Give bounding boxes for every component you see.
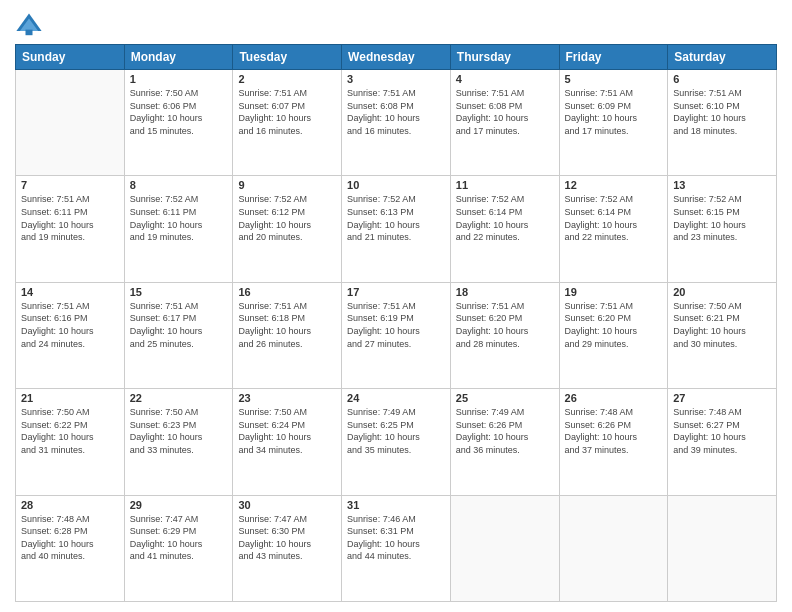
day-info: Sunrise: 7:50 AM Sunset: 6:22 PM Dayligh… <box>21 406 119 456</box>
calendar-cell <box>559 495 668 601</box>
day-number: 13 <box>673 179 771 191</box>
calendar-header-monday: Monday <box>124 45 233 70</box>
day-number: 31 <box>347 499 445 511</box>
day-info: Sunrise: 7:50 AM Sunset: 6:23 PM Dayligh… <box>130 406 228 456</box>
day-info: Sunrise: 7:49 AM Sunset: 6:26 PM Dayligh… <box>456 406 554 456</box>
day-info: Sunrise: 7:50 AM Sunset: 6:24 PM Dayligh… <box>238 406 336 456</box>
day-number: 20 <box>673 286 771 298</box>
calendar-cell: 12Sunrise: 7:52 AM Sunset: 6:14 PM Dayli… <box>559 176 668 282</box>
day-info: Sunrise: 7:48 AM Sunset: 6:26 PM Dayligh… <box>565 406 663 456</box>
calendar-cell: 6Sunrise: 7:51 AM Sunset: 6:10 PM Daylig… <box>668 70 777 176</box>
day-number: 16 <box>238 286 336 298</box>
day-info: Sunrise: 7:52 AM Sunset: 6:15 PM Dayligh… <box>673 193 771 243</box>
calendar-cell: 22Sunrise: 7:50 AM Sunset: 6:23 PM Dayli… <box>124 389 233 495</box>
calendar-cell: 20Sunrise: 7:50 AM Sunset: 6:21 PM Dayli… <box>668 282 777 388</box>
day-number: 2 <box>238 73 336 85</box>
day-info: Sunrise: 7:51 AM Sunset: 6:07 PM Dayligh… <box>238 87 336 137</box>
calendar-cell: 15Sunrise: 7:51 AM Sunset: 6:17 PM Dayli… <box>124 282 233 388</box>
day-number: 7 <box>21 179 119 191</box>
calendar-cell <box>450 495 559 601</box>
calendar-header-wednesday: Wednesday <box>342 45 451 70</box>
day-info: Sunrise: 7:51 AM Sunset: 6:08 PM Dayligh… <box>456 87 554 137</box>
calendar-cell: 5Sunrise: 7:51 AM Sunset: 6:09 PM Daylig… <box>559 70 668 176</box>
day-number: 15 <box>130 286 228 298</box>
day-number: 21 <box>21 392 119 404</box>
day-number: 19 <box>565 286 663 298</box>
calendar-cell: 1Sunrise: 7:50 AM Sunset: 6:06 PM Daylig… <box>124 70 233 176</box>
calendar-cell: 7Sunrise: 7:51 AM Sunset: 6:11 PM Daylig… <box>16 176 125 282</box>
header <box>15 10 777 38</box>
day-number: 9 <box>238 179 336 191</box>
day-number: 5 <box>565 73 663 85</box>
day-info: Sunrise: 7:51 AM Sunset: 6:09 PM Dayligh… <box>565 87 663 137</box>
calendar-cell: 3Sunrise: 7:51 AM Sunset: 6:08 PM Daylig… <box>342 70 451 176</box>
calendar-table: SundayMondayTuesdayWednesdayThursdayFrid… <box>15 44 777 602</box>
day-info: Sunrise: 7:51 AM Sunset: 6:20 PM Dayligh… <box>565 300 663 350</box>
calendar-week-3: 14Sunrise: 7:51 AM Sunset: 6:16 PM Dayli… <box>16 282 777 388</box>
calendar-cell: 31Sunrise: 7:46 AM Sunset: 6:31 PM Dayli… <box>342 495 451 601</box>
day-number: 22 <box>130 392 228 404</box>
logo-icon <box>15 10 43 38</box>
calendar-cell: 28Sunrise: 7:48 AM Sunset: 6:28 PM Dayli… <box>16 495 125 601</box>
day-info: Sunrise: 7:51 AM Sunset: 6:18 PM Dayligh… <box>238 300 336 350</box>
day-info: Sunrise: 7:52 AM Sunset: 6:13 PM Dayligh… <box>347 193 445 243</box>
logo <box>15 10 47 38</box>
day-number: 18 <box>456 286 554 298</box>
calendar-header-friday: Friday <box>559 45 668 70</box>
calendar-cell: 9Sunrise: 7:52 AM Sunset: 6:12 PM Daylig… <box>233 176 342 282</box>
calendar-cell: 4Sunrise: 7:51 AM Sunset: 6:08 PM Daylig… <box>450 70 559 176</box>
day-info: Sunrise: 7:47 AM Sunset: 6:30 PM Dayligh… <box>238 513 336 563</box>
day-info: Sunrise: 7:51 AM Sunset: 6:19 PM Dayligh… <box>347 300 445 350</box>
day-number: 6 <box>673 73 771 85</box>
calendar-header-thursday: Thursday <box>450 45 559 70</box>
calendar-cell: 14Sunrise: 7:51 AM Sunset: 6:16 PM Dayli… <box>16 282 125 388</box>
svg-rect-2 <box>26 30 33 36</box>
day-info: Sunrise: 7:50 AM Sunset: 6:06 PM Dayligh… <box>130 87 228 137</box>
calendar-cell: 30Sunrise: 7:47 AM Sunset: 6:30 PM Dayli… <box>233 495 342 601</box>
day-number: 11 <box>456 179 554 191</box>
day-number: 23 <box>238 392 336 404</box>
day-number: 14 <box>21 286 119 298</box>
day-number: 29 <box>130 499 228 511</box>
day-number: 12 <box>565 179 663 191</box>
day-info: Sunrise: 7:50 AM Sunset: 6:21 PM Dayligh… <box>673 300 771 350</box>
calendar-cell: 29Sunrise: 7:47 AM Sunset: 6:29 PM Dayli… <box>124 495 233 601</box>
calendar-cell: 16Sunrise: 7:51 AM Sunset: 6:18 PM Dayli… <box>233 282 342 388</box>
day-number: 30 <box>238 499 336 511</box>
day-number: 25 <box>456 392 554 404</box>
day-info: Sunrise: 7:48 AM Sunset: 6:27 PM Dayligh… <box>673 406 771 456</box>
calendar-week-1: 1Sunrise: 7:50 AM Sunset: 6:06 PM Daylig… <box>16 70 777 176</box>
calendar-cell: 26Sunrise: 7:48 AM Sunset: 6:26 PM Dayli… <box>559 389 668 495</box>
day-info: Sunrise: 7:51 AM Sunset: 6:08 PM Dayligh… <box>347 87 445 137</box>
calendar-week-4: 21Sunrise: 7:50 AM Sunset: 6:22 PM Dayli… <box>16 389 777 495</box>
day-number: 4 <box>456 73 554 85</box>
day-info: Sunrise: 7:51 AM Sunset: 6:16 PM Dayligh… <box>21 300 119 350</box>
day-info: Sunrise: 7:52 AM Sunset: 6:12 PM Dayligh… <box>238 193 336 243</box>
calendar-cell: 18Sunrise: 7:51 AM Sunset: 6:20 PM Dayli… <box>450 282 559 388</box>
day-number: 8 <box>130 179 228 191</box>
day-info: Sunrise: 7:47 AM Sunset: 6:29 PM Dayligh… <box>130 513 228 563</box>
calendar-cell <box>668 495 777 601</box>
day-number: 1 <box>130 73 228 85</box>
day-info: Sunrise: 7:48 AM Sunset: 6:28 PM Dayligh… <box>21 513 119 563</box>
calendar-header-row: SundayMondayTuesdayWednesdayThursdayFrid… <box>16 45 777 70</box>
day-info: Sunrise: 7:52 AM Sunset: 6:14 PM Dayligh… <box>565 193 663 243</box>
calendar-cell: 2Sunrise: 7:51 AM Sunset: 6:07 PM Daylig… <box>233 70 342 176</box>
day-info: Sunrise: 7:51 AM Sunset: 6:17 PM Dayligh… <box>130 300 228 350</box>
calendar-cell: 19Sunrise: 7:51 AM Sunset: 6:20 PM Dayli… <box>559 282 668 388</box>
calendar-cell: 21Sunrise: 7:50 AM Sunset: 6:22 PM Dayli… <box>16 389 125 495</box>
day-number: 17 <box>347 286 445 298</box>
day-info: Sunrise: 7:46 AM Sunset: 6:31 PM Dayligh… <box>347 513 445 563</box>
calendar-cell: 17Sunrise: 7:51 AM Sunset: 6:19 PM Dayli… <box>342 282 451 388</box>
day-info: Sunrise: 7:51 AM Sunset: 6:20 PM Dayligh… <box>456 300 554 350</box>
calendar-header-sunday: Sunday <box>16 45 125 70</box>
day-info: Sunrise: 7:52 AM Sunset: 6:14 PM Dayligh… <box>456 193 554 243</box>
calendar-cell: 11Sunrise: 7:52 AM Sunset: 6:14 PM Dayli… <box>450 176 559 282</box>
day-number: 28 <box>21 499 119 511</box>
page: SundayMondayTuesdayWednesdayThursdayFrid… <box>0 0 792 612</box>
day-number: 24 <box>347 392 445 404</box>
calendar-header-saturday: Saturday <box>668 45 777 70</box>
day-info: Sunrise: 7:52 AM Sunset: 6:11 PM Dayligh… <box>130 193 228 243</box>
calendar-cell: 25Sunrise: 7:49 AM Sunset: 6:26 PM Dayli… <box>450 389 559 495</box>
calendar-header-tuesday: Tuesday <box>233 45 342 70</box>
